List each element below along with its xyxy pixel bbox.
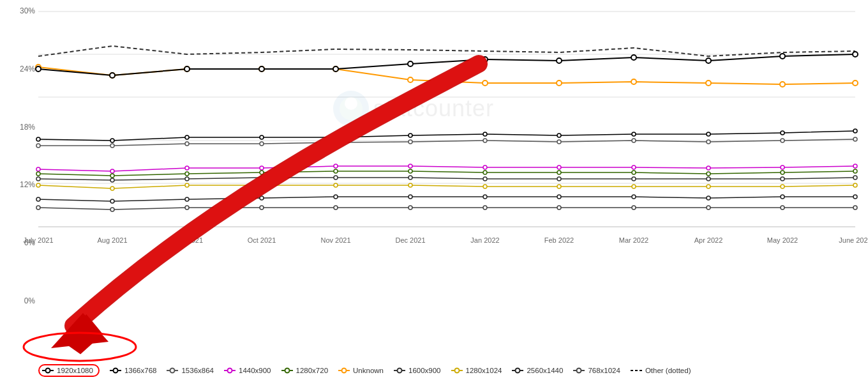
legend-item-1280x1024: 1280x1024 bbox=[451, 367, 502, 374]
svg-point-38 bbox=[260, 135, 264, 139]
svg-point-110 bbox=[260, 196, 264, 200]
svg-point-53 bbox=[483, 139, 487, 142]
svg-point-87 bbox=[334, 176, 338, 180]
svg-point-49 bbox=[185, 142, 189, 146]
svg-point-70 bbox=[853, 164, 857, 168]
svg-point-113 bbox=[483, 195, 487, 199]
svg-text:Feb 2022: Feb 2022 bbox=[544, 236, 574, 244]
svg-text:Oct 2021: Oct 2021 bbox=[248, 236, 276, 244]
svg-point-16 bbox=[408, 77, 413, 82]
svg-point-107 bbox=[36, 197, 40, 201]
svg-point-148 bbox=[46, 369, 50, 373]
svg-point-43 bbox=[632, 132, 636, 136]
svg-point-91 bbox=[632, 177, 636, 181]
legend-icon-1920x1080 bbox=[42, 367, 54, 374]
svg-point-59 bbox=[36, 167, 40, 171]
svg-point-84 bbox=[110, 178, 114, 182]
legend-item-768x1024: 768x1024 bbox=[573, 367, 620, 374]
y-axis: 30% 24% 18% 12% 6% 0% bbox=[3, 6, 35, 305]
svg-point-15 bbox=[333, 66, 338, 72]
svg-point-19 bbox=[631, 79, 636, 84]
svg-point-158 bbox=[342, 369, 347, 373]
svg-point-125 bbox=[483, 206, 487, 210]
svg-point-95 bbox=[36, 183, 40, 187]
legend-icon-1280x720 bbox=[281, 367, 293, 374]
svg-point-46 bbox=[853, 129, 857, 133]
svg-point-89 bbox=[483, 177, 487, 181]
legend-icon-1440x900 bbox=[224, 367, 236, 374]
svg-point-71 bbox=[36, 172, 40, 176]
svg-point-39 bbox=[334, 135, 338, 139]
svg-point-36 bbox=[110, 139, 114, 142]
y-label-6: 6% bbox=[24, 238, 35, 247]
svg-text:Mar 2022: Mar 2022 bbox=[619, 236, 648, 244]
svg-point-86 bbox=[260, 176, 264, 180]
svg-point-8 bbox=[340, 97, 363, 120]
svg-point-74 bbox=[260, 171, 264, 174]
svg-point-17 bbox=[483, 80, 488, 86]
legend-item-1600x900: 1600x900 bbox=[394, 367, 441, 374]
svg-point-92 bbox=[707, 177, 710, 181]
chart-legend: 1920x1080 1366x768 1536x864 1440x900 bbox=[38, 364, 855, 377]
svg-point-124 bbox=[408, 206, 412, 210]
svg-point-20 bbox=[706, 80, 711, 86]
svg-marker-145 bbox=[51, 313, 108, 348]
legend-item-1920x1080: 1920x1080 bbox=[38, 364, 100, 377]
svg-point-122 bbox=[260, 206, 264, 210]
svg-point-78 bbox=[557, 171, 561, 174]
y-label-18: 18% bbox=[20, 123, 35, 132]
legend-label-other: Other (dotted) bbox=[645, 367, 691, 374]
svg-point-128 bbox=[707, 206, 710, 210]
svg-point-37 bbox=[185, 135, 189, 139]
svg-point-79 bbox=[632, 171, 636, 174]
svg-point-24 bbox=[110, 73, 115, 78]
svg-point-26 bbox=[259, 66, 264, 72]
svg-text:statcounter: statcounter bbox=[373, 95, 494, 121]
svg-point-56 bbox=[707, 140, 710, 144]
svg-point-85 bbox=[185, 177, 189, 181]
svg-point-30 bbox=[557, 58, 562, 63]
svg-point-88 bbox=[408, 176, 412, 180]
legend-item-1366x768: 1366x768 bbox=[110, 367, 157, 374]
legend-icon-unknown bbox=[338, 367, 350, 374]
svg-point-101 bbox=[483, 185, 487, 188]
svg-text:Dec 2021: Dec 2021 bbox=[395, 236, 425, 244]
svg-point-60 bbox=[110, 169, 114, 173]
svg-point-48 bbox=[110, 144, 114, 148]
svg-point-119 bbox=[36, 206, 40, 210]
svg-point-123 bbox=[334, 206, 338, 210]
svg-point-127 bbox=[632, 206, 636, 210]
legend-item-1440x900: 1440x900 bbox=[224, 367, 271, 374]
legend-label-1920x1080: 1920x1080 bbox=[57, 367, 93, 374]
svg-point-31 bbox=[631, 55, 636, 60]
legend-label-1280x1024: 1280x1024 bbox=[466, 367, 502, 374]
svg-point-40 bbox=[408, 134, 412, 137]
legend-item-1280x720: 1280x720 bbox=[281, 367, 329, 374]
svg-point-162 bbox=[454, 369, 459, 373]
legend-item-2560x1440: 2560x1440 bbox=[512, 367, 563, 374]
svg-point-44 bbox=[707, 132, 710, 136]
chart-container: 30% 24% 18% 12% 6% 0% statcounter bbox=[0, 0, 868, 382]
svg-point-99 bbox=[334, 183, 338, 187]
legend-label-2560x1440: 2560x1440 bbox=[527, 367, 563, 374]
svg-point-62 bbox=[260, 166, 264, 170]
legend-icon-other bbox=[631, 367, 642, 374]
svg-point-82 bbox=[853, 169, 857, 173]
svg-point-160 bbox=[398, 369, 402, 373]
svg-point-67 bbox=[632, 165, 636, 169]
svg-point-42 bbox=[557, 134, 561, 137]
svg-point-12 bbox=[110, 73, 115, 78]
svg-point-166 bbox=[577, 369, 581, 373]
svg-point-146 bbox=[24, 333, 136, 361]
y-label-12: 12% bbox=[20, 180, 35, 189]
y-label-30: 30% bbox=[20, 6, 35, 15]
legend-label-1280x720: 1280x720 bbox=[296, 367, 329, 374]
svg-point-100 bbox=[408, 183, 412, 187]
svg-point-41 bbox=[483, 132, 487, 136]
svg-point-104 bbox=[707, 185, 710, 188]
svg-point-116 bbox=[707, 196, 710, 200]
svg-text:Apr 2022: Apr 2022 bbox=[694, 236, 723, 244]
svg-point-11 bbox=[36, 65, 41, 70]
svg-point-120 bbox=[110, 208, 114, 211]
svg-point-115 bbox=[632, 195, 636, 199]
